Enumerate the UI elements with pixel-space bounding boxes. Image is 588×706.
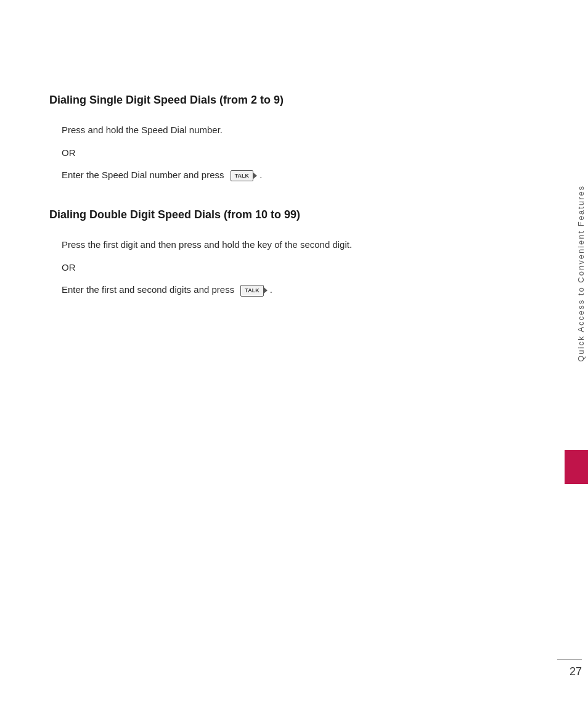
talk-label-2: TALK <box>245 287 259 293</box>
section1-paragraph2: Enter the Speed Dial number and press TA… <box>62 168 493 183</box>
talk-triangle-1 <box>253 173 257 179</box>
talk-button-1: TALK <box>229 170 257 181</box>
talk-box-1: TALK <box>231 170 253 181</box>
section1-or: OR <box>62 147 493 158</box>
sidebar-divider <box>557 659 582 660</box>
page-container: Dialing Single Digit Speed Dials (from 2… <box>0 0 588 706</box>
section1-heading: Dialing Single Digit Speed Dials (from 2… <box>49 92 493 108</box>
section1: Dialing Single Digit Speed Dials (from 2… <box>49 92 493 183</box>
main-content: Dialing Single Digit Speed Dials (from 2… <box>49 92 493 322</box>
period-1: . <box>259 170 262 180</box>
talk-label-1: TALK <box>235 173 249 179</box>
talk-box-2: TALK <box>240 285 263 296</box>
section2-heading: Dialing Double Digit Speed Dials (from 1… <box>49 207 493 223</box>
page-number: 27 <box>570 665 582 678</box>
section2: Dialing Double Digit Speed Dials (from 1… <box>49 207 493 297</box>
sidebar-accent-bar <box>565 450 588 484</box>
section2-or: OR <box>62 262 493 273</box>
section2-paragraph1: Press the first digit and then press and… <box>62 237 493 252</box>
sidebar-rotated-text: Quick Access to Convenient Features <box>576 185 586 362</box>
section2-paragraph2: Enter the first and second digits and pr… <box>62 282 493 297</box>
talk-button-2: TALK <box>239 285 267 296</box>
section2-paragraph2-text: Enter the first and second digits and pr… <box>62 284 234 295</box>
section1-paragraph2-text: Enter the Speed Dial number and press <box>62 170 224 180</box>
right-sidebar: Quick Access to Convenient Features 27 <box>558 0 588 706</box>
period-2: . <box>270 284 272 295</box>
section1-paragraph1: Press and hold the Speed Dial number. <box>62 123 493 138</box>
talk-triangle-2 <box>264 287 267 293</box>
